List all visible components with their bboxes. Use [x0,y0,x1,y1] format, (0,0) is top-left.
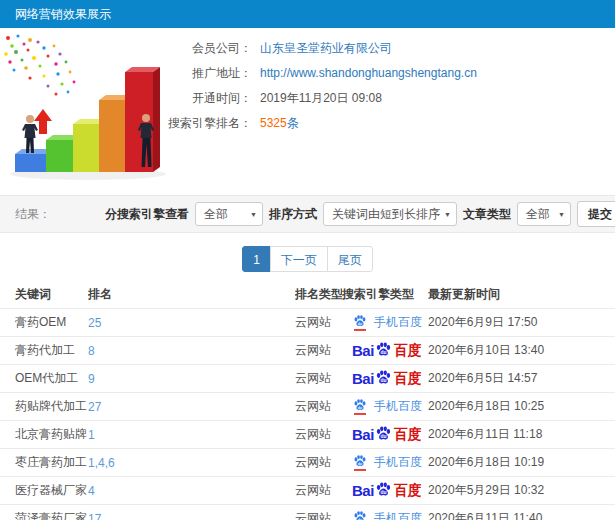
submit-button[interactable]: 提交 [577,201,615,227]
engine-filter-value: 全部 [204,207,228,221]
baidu-logo-cn: 百度 [394,482,422,500]
rank-link[interactable]: 17 [88,512,101,520]
rank-type-cell: 云网站 [295,315,331,329]
rank-unit: 条 [287,116,299,130]
rank-link[interactable]: 9 [88,372,95,386]
filter-bar: 结果： 分搜索引擎查看 全部 ▼ 排序方式 关键词由短到长排序 ▼ 文章类型 全… [0,195,615,233]
mobile-baidu-badge[interactable]: du 手机百度 [352,314,422,331]
rank-link[interactable]: 25 [88,316,101,330]
rank-type-cell: 云网站 [295,483,331,497]
page-1-button[interactable]: 1 [242,246,271,272]
promo-url-row: 推广地址： http://www.shandonghuangshengtang.… [158,61,615,86]
next-page-button[interactable]: 下一页 [270,246,328,272]
baidu-paw-icon: du [375,369,392,386]
mobile-baidu-label: 手机百度 [374,398,422,415]
updated-cell: 2020年6月18日 10:19 [428,455,544,469]
table-header-row: 关键词 排名 排名类型 搜索引擎类型 最新更新时间 [0,280,615,309]
baidu-logo[interactable]: Bai du 百度 [352,481,422,501]
mobile-baidu-label: 手机百度 [374,510,422,520]
keyword-cell: 膏药代加工 [15,343,75,357]
company-label: 会员公司： [158,36,252,61]
keyword-cell: OEM代加工 [15,371,78,385]
open-time-label: 开通时间： [158,86,252,111]
pagination: 1 下一页 尾页 [0,246,615,272]
red-underline [354,469,366,471]
company-link[interactable]: 山东皇圣堂药业有限公司 [260,41,392,55]
svg-text:du: du [380,490,386,495]
promo-url-link[interactable]: http://www.shandonghuangshengtang.cn [260,66,477,80]
baidu-logo-cn: 百度 [394,342,422,360]
keyword-cell: 膏药OEM [15,315,66,329]
rank-link[interactable]: 1,4,6 [88,456,115,470]
rank-type-cell: 云网站 [295,455,331,469]
mobile-baidu-badge[interactable]: du 手机百度 [352,398,422,415]
baidu-logo-bai: Bai [352,370,374,387]
table-body: 膏药OEM 25 云网站 du 手机百度 B [0,309,615,520]
baidu-logo[interactable]: Bai du 百度 [352,425,422,445]
engine-rank-label: 搜索引擎排名： [158,111,252,136]
open-time-value: 2019年11月20日 09:08 [260,86,382,111]
red-underline [354,329,366,331]
chevron-down-icon: ▼ [250,203,257,227]
promo-url-label: 推广地址： [158,61,252,86]
table-row: 枣庄膏药加工 1,4,6 云网站 du 手机百度 [0,449,615,477]
mobile-baidu-badge[interactable]: du 手机百度 [352,510,422,520]
last-page-button[interactable]: 尾页 [327,246,373,272]
company-row: 会员公司： 山东皇圣堂药业有限公司 [158,36,615,61]
updated-cell: 2020年6月18日 10:25 [428,399,544,413]
rank-type-cell: 云网站 [295,427,331,441]
keyword-cell: 医疗器械厂家 [15,483,87,497]
confetti-dots [4,34,75,95]
engine-type-column-header: 搜索引擎类型 [342,280,428,309]
engine-filter-label: 分搜索引擎查看 [105,206,189,223]
engine-filter-select[interactable]: 全部 ▼ [195,202,263,226]
rank-column-header: 排名 [88,280,295,309]
rank-link[interactable]: 8 [88,344,95,358]
keyword-cell: 枣庄膏药加工 [15,455,87,469]
table-row: 医疗器械厂家 4 云网站 du 手机百度 B [0,477,615,505]
rank-link[interactable]: 1 [88,428,95,442]
table-row: 膏药代加工 8 云网站 du 手机百度 Ba [0,337,615,365]
red-underline [354,413,366,415]
baidu-paw-icon: du [375,481,392,498]
rank-type-cell: 云网站 [295,371,331,385]
baidu-paw-icon: du [375,425,392,442]
article-type-value: 全部 [526,207,550,221]
keyword-cell: 药贴牌代加工 [15,399,87,413]
article-type-label: 文章类型 [463,206,511,223]
rank-link[interactable]: 4 [88,484,95,498]
svg-text:du: du [380,434,386,439]
rank-type-cell: 云网站 [295,343,331,357]
baidu-logo[interactable]: Bai du 百度 [352,341,422,361]
baidu-logo-bai: Bai [352,342,374,359]
baidu-paw-icon: du [352,510,368,520]
updated-cell: 2020年6月11日 11:18 [428,427,542,441]
baidu-paw-icon: du [352,454,368,471]
member-info-section: 会员公司： 山东皇圣堂药业有限公司 推广地址： http://www.shand… [0,28,615,195]
keyword-cell: 北京膏药贴牌 [15,427,87,441]
baidu-logo[interactable]: Bai du 百度 [352,369,422,389]
mobile-baidu-label: 手机百度 [374,314,422,331]
updated-cell: 2020年6月9日 17:50 [428,315,537,329]
table-row: OEM代加工 9 云网站 du 手机百度 B [0,365,615,393]
filter-group: 分搜索引擎查看 全部 ▼ 排序方式 关键词由短到长排序 ▼ 文章类型 全部 ▼ … [105,201,615,227]
updated-cell: 2020年6月10日 13:40 [428,343,544,357]
page-title: 网络营销效果展示 [15,7,111,21]
baidu-logo-cn: 百度 [394,426,422,444]
chevron-down-icon: ▼ [444,203,451,227]
sort-select[interactable]: 关键词由短到长排序 ▼ [323,202,457,226]
updated-cell: 2020年6月11日 11:40 [428,511,542,520]
rank-type-column-header: 排名类型 [295,280,342,309]
svg-text:du: du [358,322,362,326]
table-row: 菏泽膏药厂家 17 云网站 du 手机百度 [0,505,615,520]
rank-link[interactable]: 27 [88,400,101,414]
open-time-row: 开通时间： 2019年11月20日 09:08 [158,86,615,111]
table-row: 药贴牌代加工 27 云网站 du 手机百度 [0,393,615,421]
keyword-rank-table: 关键词 排名 排名类型 搜索引擎类型 最新更新时间 膏药OEM 25 云网站 d… [0,280,615,520]
sort-filter-label: 排序方式 [269,206,317,223]
mobile-baidu-label: 手机百度 [374,454,422,471]
table-row: 膏药OEM 25 云网站 du 手机百度 B [0,309,615,337]
article-type-select[interactable]: 全部 ▼ [517,202,571,226]
updated-column-header: 最新更新时间 [428,280,615,309]
mobile-baidu-badge[interactable]: du 手机百度 [352,454,422,471]
